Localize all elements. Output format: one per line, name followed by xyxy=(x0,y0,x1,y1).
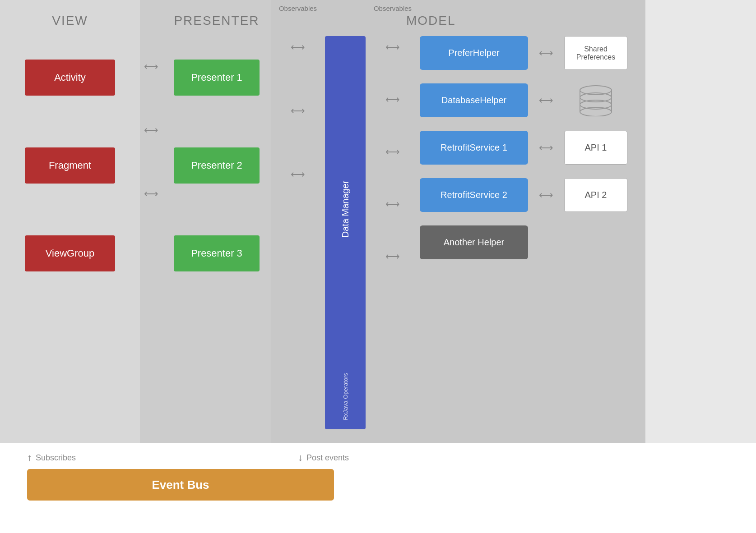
viewgroup-box: ViewGroup xyxy=(25,235,115,271)
observables-label-1: Observables xyxy=(279,0,317,12)
model-helpers: MODEL PreferHelper DatabaseHelper Retrof… xyxy=(420,0,528,443)
arrow-dm-h4: ⟷ xyxy=(385,198,400,210)
down-arrow-icon: ↓ xyxy=(298,452,303,464)
retrofit2-box: RetrofitService 2 xyxy=(420,178,528,212)
api1-label: API 1 xyxy=(585,142,607,153)
shared-prefs-box: Shared Preferences xyxy=(564,36,627,70)
arrow-h-e2: ⟷ xyxy=(539,83,553,117)
col-view: VIEW Activity Fragment ViewGroup xyxy=(0,0,140,443)
database-box xyxy=(564,83,627,117)
external-resources: Shared Preferences xyxy=(564,0,645,443)
arrow-dm-h2: ⟷ xyxy=(385,94,400,106)
arrow-h-e1: ⟷ xyxy=(539,36,553,70)
presenter-header: PRESENTER xyxy=(174,14,259,28)
presenter2-box: Presenter 2 xyxy=(174,147,260,184)
post-events-text: Post events xyxy=(306,453,349,463)
rxjava-label: RxJava Operators xyxy=(340,373,351,420)
shared-prefs-label: Shared Preferences xyxy=(576,45,615,61)
api1-box: API 1 xyxy=(564,131,627,165)
api2-label: API 2 xyxy=(585,190,607,200)
subscribe-label-section: ↑ Subscribes xyxy=(27,452,76,464)
event-bus-section: ↑ Subscribes Event Bus xyxy=(27,452,729,501)
arrow-pd-1: ⟷ xyxy=(291,41,305,53)
model-header: MODEL xyxy=(406,14,456,28)
data-manager-section: Data Manager RxJava Operators xyxy=(325,0,366,443)
presenter3-box: Presenter 3 xyxy=(174,235,260,271)
up-arrow-icon: ↑ xyxy=(27,452,32,464)
activity-box: Activity xyxy=(25,60,115,96)
arrow-vp-2: ⟷ xyxy=(144,124,158,136)
retrofit1-box: RetrofitService 1 xyxy=(420,131,528,165)
arrow-vp-1: ⟷ xyxy=(144,61,158,73)
event-bus-bar: Event Bus xyxy=(27,469,334,501)
prefer-helper-box: PreferHelper xyxy=(420,36,528,70)
data-manager-box: Data Manager RxJava Operators xyxy=(325,36,366,429)
database-icon xyxy=(578,85,614,116)
col-presenter: PRESENTER Presenter 1 Presenter 2 Presen… xyxy=(162,0,271,443)
diagram-container: VIEW Activity Fragment ViewGroup ⟷ ⟷ ⟷ P… xyxy=(0,0,756,443)
subscribes-text: Subscribes xyxy=(36,453,76,463)
arrow-pd-2: ⟷ xyxy=(291,105,305,117)
view-header: VIEW xyxy=(52,14,88,28)
arrow-vp-3: ⟷ xyxy=(144,188,158,200)
observables-section-left: Observables ⟷ ⟷ ⟷ xyxy=(271,0,325,443)
data-manager-label: Data Manager xyxy=(340,45,351,373)
post-events-label: ↓ Post events xyxy=(298,452,349,464)
observables-section-right: Observables ⟷ ⟷ ⟷ ⟷ ⟷ xyxy=(366,0,420,443)
database-helper-box: DatabaseHelper xyxy=(420,83,528,117)
arrow-pd-3: ⟷ xyxy=(291,169,305,180)
arrow-dm-h1: ⟷ xyxy=(385,41,400,53)
another-helper-box: Another Helper xyxy=(420,225,528,259)
main-area: VIEW Activity Fragment ViewGroup ⟷ ⟷ ⟷ P… xyxy=(0,0,756,533)
observables-label-2: Observables xyxy=(374,0,412,12)
api2-box: API 2 xyxy=(564,178,627,212)
fragment-box: Fragment xyxy=(25,147,115,184)
arrow-h-e3: ⟷ xyxy=(539,131,553,165)
arrow-dm-h3: ⟷ xyxy=(385,146,400,158)
arrow-h-e4: ⟷ xyxy=(539,178,553,212)
event-bus-label: Event Bus xyxy=(152,478,209,492)
bottom-area: ↑ Subscribes Event Bus ↓ Post events xyxy=(0,443,756,533)
arrows-view-presenter: ⟷ ⟷ ⟷ xyxy=(140,0,162,443)
presenter1-box: Presenter 1 xyxy=(174,60,260,96)
arrows-helpers-external: ⟷ ⟷ ⟷ ⟷ xyxy=(528,0,564,443)
arrow-dm-h5: ⟷ xyxy=(385,251,400,262)
